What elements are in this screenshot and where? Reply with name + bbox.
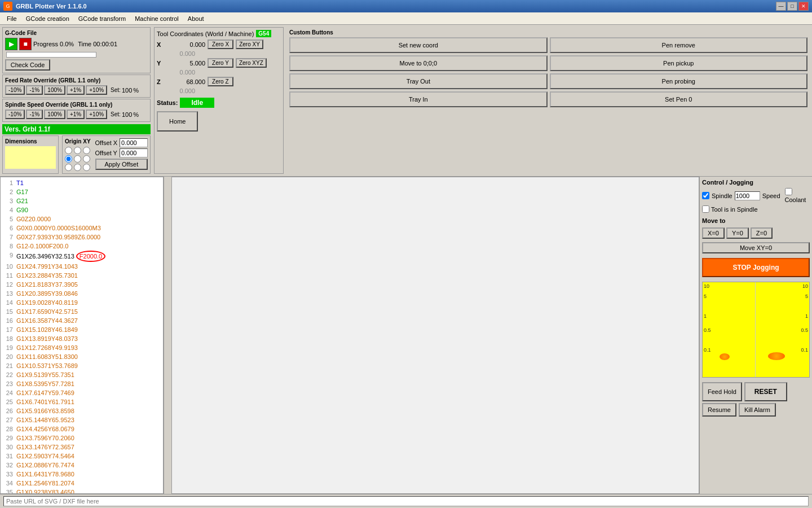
tool-coord-section: Tool Coordinates (World / Machine) G54 X… bbox=[154, 27, 284, 174]
x-zero-button[interactable]: X=0 bbox=[702, 227, 725, 239]
custom-btn-0[interactable]: Set new coord bbox=[289, 37, 547, 53]
line-number: 8 bbox=[2, 242, 13, 251]
origin-radio-7[interactable] bbox=[65, 164, 72, 171]
zero-xy-button[interactable]: Zero XY bbox=[236, 40, 263, 49]
line-number: 21 bbox=[2, 361, 13, 370]
stop-button[interactable]: ■ bbox=[19, 38, 32, 50]
z-label: Z bbox=[157, 78, 164, 85]
spindle-row: Spindle Speed Coolant bbox=[702, 188, 810, 203]
feed-minus10[interactable]: -10% bbox=[5, 85, 25, 95]
feed-minus1[interactable]: -1% bbox=[26, 85, 43, 95]
middle-area: 1T12G173G214G905G0Z20.00006G0X0.0000Y0.0… bbox=[0, 177, 812, 494]
line-number: 22 bbox=[2, 370, 13, 379]
spindle-minus1[interactable]: -1% bbox=[26, 110, 43, 119]
coolant-checkbox[interactable] bbox=[785, 188, 792, 195]
tool-in-spindle-row: Tool is in Spindle bbox=[702, 205, 810, 213]
tool-in-spindle-checkbox[interactable] bbox=[702, 205, 709, 213]
menu-machine-control[interactable]: Machine control bbox=[130, 14, 183, 23]
custom-btn-5[interactable]: Pen probing bbox=[550, 73, 807, 89]
z-coord-row: Z 68.000 Zero Z bbox=[157, 77, 281, 86]
origin-radio-2[interactable] bbox=[74, 147, 81, 154]
stop-jogging-button[interactable]: STOP Jogging bbox=[702, 258, 810, 277]
table-row: 21G1X10.5371Y53.7689 bbox=[2, 361, 162, 370]
move-xy-zero-button[interactable]: Move XY=0 bbox=[702, 242, 810, 253]
spindle-plus1[interactable]: +1% bbox=[67, 110, 85, 119]
close-button[interactable]: ✕ bbox=[798, 2, 809, 11]
maximize-button[interactable]: □ bbox=[787, 2, 797, 11]
menu-about[interactable]: About bbox=[183, 14, 209, 23]
feed-hold-button[interactable]: Feed Hold bbox=[702, 382, 742, 401]
custom-btn-1[interactable]: Pen remove bbox=[550, 37, 807, 53]
origin-radio-5[interactable] bbox=[74, 155, 81, 163]
window-controls: — □ ✕ bbox=[776, 2, 809, 11]
line-content: G1X0.9238Y83.4650 bbox=[16, 488, 162, 494]
chart-right-label-10: 10 bbox=[802, 283, 808, 289]
gcode-editor[interactable]: 1T12G173G214G905G0Z20.00006G0X0.0000Y0.0… bbox=[0, 177, 164, 494]
line-content: G1X6.7401Y61.7911 bbox=[16, 397, 162, 406]
origin-radio-4[interactable] bbox=[65, 155, 72, 163]
spindle-value-input[interactable] bbox=[735, 191, 760, 200]
feed-plus1[interactable]: +1% bbox=[67, 85, 85, 95]
play-button[interactable]: ▶ bbox=[5, 38, 17, 50]
spindle-checkbox[interactable] bbox=[702, 192, 709, 199]
z-zero-button[interactable]: Z=0 bbox=[751, 227, 773, 239]
line-content: G1X1.2546Y81.2074 bbox=[16, 479, 162, 488]
origin-radio-9[interactable] bbox=[83, 164, 90, 171]
menu-file[interactable]: File bbox=[2, 14, 21, 23]
line-number: 23 bbox=[2, 379, 13, 388]
reset-button[interactable]: RESET bbox=[744, 382, 787, 401]
custom-btn-6[interactable]: Tray In bbox=[289, 91, 547, 107]
table-row: 9G1X26.3496Y32.513 F2000.0 bbox=[2, 251, 162, 262]
custom-btn-2[interactable]: Move to 0;0;0 bbox=[289, 55, 547, 71]
spindle-minus10[interactable]: -10% bbox=[5, 110, 25, 119]
origin-radio-1[interactable] bbox=[65, 147, 72, 154]
home-button[interactable]: Home bbox=[157, 111, 198, 132]
spindle-100[interactable]: 100% bbox=[44, 110, 65, 119]
line-content: G12-0.1000F200.0 bbox=[16, 242, 162, 251]
line-number: 9 bbox=[2, 251, 13, 262]
custom-btn-7[interactable]: Set Pen 0 bbox=[550, 91, 807, 107]
apply-offset-button[interactable]: Apply Offset bbox=[95, 159, 148, 170]
table-row: 31G1X2.5903Y74.5464 bbox=[2, 452, 162, 461]
tool-in-spindle-label: Tool is in Spindle bbox=[711, 206, 758, 213]
check-code-button[interactable]: Check Code bbox=[5, 59, 50, 71]
origin-radio-8[interactable] bbox=[74, 164, 81, 171]
zero-x-button[interactable]: Zero X bbox=[208, 40, 233, 49]
zero-z-button[interactable]: Zero Z bbox=[208, 77, 233, 86]
y-machine-value: 0.000 bbox=[167, 69, 195, 76]
line-number: 24 bbox=[2, 388, 13, 397]
line-content: G0Z20.0000 bbox=[16, 214, 162, 224]
feed-100[interactable]: 100% bbox=[44, 85, 65, 95]
chart-left-label-10: 10 bbox=[704, 283, 709, 289]
line-number: 12 bbox=[2, 280, 13, 289]
url-input[interactable] bbox=[3, 496, 809, 506]
zero-xyz-button[interactable]: Zero XYZ bbox=[236, 58, 267, 68]
feed-plus10[interactable]: +10% bbox=[86, 85, 107, 95]
line-number: 6 bbox=[2, 224, 13, 233]
line-number: 18 bbox=[2, 334, 13, 343]
menu-gcode-transform[interactable]: GCode transform bbox=[74, 14, 130, 23]
origin-radio-3[interactable] bbox=[83, 147, 90, 154]
kill-alarm-button[interactable]: Kill Alarm bbox=[739, 403, 776, 417]
table-row: 32G1X2.0886Y76.7474 bbox=[2, 461, 162, 470]
minimize-button[interactable]: — bbox=[776, 2, 786, 11]
table-row: 3G21 bbox=[2, 196, 162, 205]
menu-gcode-creation[interactable]: GCode creation bbox=[21, 14, 74, 23]
scrollbar[interactable] bbox=[164, 177, 171, 494]
line-content: G1X19.0028Y40.8119 bbox=[16, 298, 162, 307]
feed-set-label: Set: bbox=[111, 87, 121, 93]
origin-radio-6[interactable] bbox=[83, 155, 90, 163]
offset-x-input[interactable] bbox=[120, 138, 148, 147]
move-btn-row: X=0 Y=0 Z=0 bbox=[702, 227, 810, 239]
line-content: G1X9.5139Y55.7351 bbox=[16, 370, 162, 379]
spindle-plus10[interactable]: +10% bbox=[86, 110, 107, 119]
custom-btn-4[interactable]: Tray Out bbox=[289, 73, 547, 89]
feed-rate-controls: -10% -1% 100% +1% +10% Set: 100 % bbox=[5, 85, 148, 95]
status-row: Status: Idle bbox=[157, 98, 281, 108]
custom-btn-3[interactable]: Pen pickup bbox=[550, 55, 807, 71]
canvas-area bbox=[171, 177, 699, 494]
offset-y-input[interactable] bbox=[120, 148, 148, 157]
resume-button[interactable]: Resume bbox=[702, 403, 736, 417]
y-zero-button[interactable]: Y=0 bbox=[726, 227, 749, 239]
zero-y-button[interactable]: Zero Y bbox=[208, 58, 233, 68]
